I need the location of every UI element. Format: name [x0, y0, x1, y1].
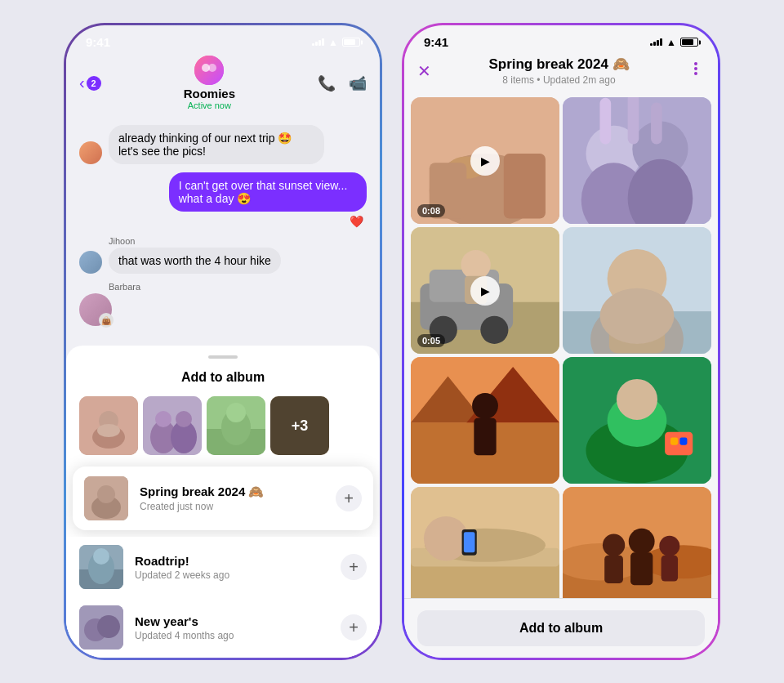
add-to-album-button[interactable]: Add to album	[417, 610, 705, 646]
message-bubble-jihoon: that was worth the 4 hour hike	[109, 248, 281, 274]
svg-rect-83	[604, 556, 623, 583]
grid-photo-6[interactable]	[563, 357, 711, 484]
album-item-newyear[interactable]: New year's Updated 4 months ago +	[66, 597, 380, 658]
svg-rect-41	[628, 97, 639, 145]
album-thumb-roadtrip	[79, 545, 123, 589]
svg-point-6	[97, 424, 120, 437]
status-icons-left: ▲	[312, 37, 360, 48]
message-bubble-outgoing: I can't get over that sunset view... wha…	[169, 172, 367, 212]
avatar-barbara: 👜	[79, 293, 112, 326]
album-item-spring[interactable]: Spring break 2024 🙈 Created just now +	[73, 466, 373, 530]
chat-status: Active now	[188, 100, 231, 110]
svg-point-2	[208, 64, 216, 72]
play-icon-3: ▶	[470, 276, 500, 306]
right-phone: 9:41 ▲	[402, 23, 720, 660]
album-footer: Add to album	[404, 598, 718, 658]
add-newyear-button[interactable]: +	[341, 614, 367, 641]
status-time-left: 9:41	[86, 35, 110, 49]
more-count: +3	[270, 396, 329, 455]
svg-point-9	[155, 411, 172, 427]
strip-photo-1	[79, 396, 138, 455]
messenger-header: ‹ 2	[66, 52, 380, 118]
add-to-album-sheet: Add to album	[66, 346, 380, 658]
album-item-roadtrip[interactable]: Roadtrip! Updated 2 weeks ago +	[66, 537, 380, 597]
avatar-jihoon	[79, 251, 102, 274]
sender-jihoon: Jihoon that was worth the 4 hour hike	[79, 236, 367, 274]
album-name-newyear: New year's	[135, 614, 329, 628]
phone-icon[interactable]: 📞	[318, 74, 336, 92]
status-bar-right: 9:41 ▲	[404, 25, 718, 52]
svg-point-26	[694, 62, 697, 65]
left-phone: 9:41 ▲	[64, 23, 382, 660]
wifi-icon-right: ▲	[666, 37, 676, 48]
svg-point-28	[694, 72, 697, 75]
grid-photo-1[interactable]: ▶ 0:08	[411, 97, 559, 224]
svg-rect-70	[679, 438, 687, 445]
photo-grid: ▶ 0:08	[404, 94, 718, 598]
group-avatar	[194, 56, 224, 85]
signal-icon-right	[650, 38, 662, 46]
status-time-right: 9:41	[424, 35, 448, 49]
album-info-spring: Spring break 2024 🙈 Created just now	[140, 484, 324, 512]
svg-point-11	[176, 411, 192, 427]
album-meta-spring: Created just now	[140, 501, 324, 512]
svg-point-22	[93, 548, 109, 565]
back-button[interactable]: ‹ 2	[79, 74, 101, 92]
chat-info: Roomies Active now	[184, 56, 235, 110]
more-options-button[interactable]	[687, 60, 705, 82]
avatar-1	[79, 141, 102, 164]
close-button[interactable]: ✕	[417, 61, 431, 81]
status-bar-left: 9:41 ▲	[66, 25, 380, 52]
add-spring-button[interactable]: +	[336, 485, 362, 511]
svg-point-48	[480, 316, 508, 344]
svg-rect-68	[665, 432, 693, 455]
message-incoming-jihoon: that was worth the 4 hour hike	[79, 248, 367, 274]
album-header: ✕ Spring break 2024 🙈 8 items • Updated …	[404, 52, 718, 94]
chat-actions: 📞 📹	[318, 74, 367, 92]
sender-name-jihoon: Jihoon	[109, 236, 367, 246]
grid-photo-4[interactable]	[563, 227, 711, 354]
video-icon[interactable]: 📹	[349, 74, 367, 92]
signal-icon	[312, 38, 324, 46]
grid-photo-5[interactable]	[411, 357, 559, 484]
svg-rect-85	[630, 552, 653, 585]
svg-point-84	[629, 529, 655, 555]
album-info-roadtrip: Roadtrip! Updated 2 weeks ago	[135, 554, 329, 581]
grid-photo-8[interactable]	[563, 487, 711, 598]
sender-barbara: Barbara 👜	[79, 282, 367, 326]
svg-point-75	[424, 516, 469, 561]
svg-rect-42	[651, 102, 662, 144]
reaction-heart: ❤️	[103, 215, 363, 228]
sheet-handle	[208, 355, 238, 359]
strip-photo-2	[143, 396, 202, 455]
album-thumb-newyear	[79, 605, 123, 650]
duration-1: 0:08	[417, 204, 445, 217]
album-title-section: Spring break 2024 🙈 8 items • Updated 2m…	[431, 56, 687, 86]
add-roadtrip-button[interactable]: +	[341, 554, 367, 580]
album-thumb-spring	[84, 476, 128, 520]
svg-point-82	[603, 534, 625, 556]
album-name-roadtrip: Roadtrip!	[135, 554, 329, 568]
message-outgoing: I can't get over that sunset view... wha…	[79, 172, 367, 228]
album-meta-newyear: Updated 4 months ago	[135, 630, 329, 641]
grid-photo-7[interactable]	[411, 487, 559, 598]
play-icon-1: ▶	[470, 146, 500, 176]
duration-3: 0:05	[417, 334, 445, 347]
album-name-spring: Spring break 2024 🙈	[140, 484, 324, 499]
photo-strip: +3	[66, 396, 380, 455]
svg-point-56	[600, 288, 675, 344]
message-bubble-1: already thinking of our next trip 🤩 let'…	[109, 125, 324, 164]
wifi-icon: ▲	[328, 37, 338, 48]
svg-rect-62	[474, 418, 496, 456]
svg-point-18	[97, 485, 115, 503]
notification-badge: 2	[87, 76, 101, 91]
message-incoming-1: already thinking of our next trip 🤩 let'…	[79, 125, 367, 164]
svg-point-15	[226, 403, 246, 422]
grid-photo-3[interactable]: ▶ 0:05	[411, 227, 559, 354]
album-meta-roadtrip: Updated 2 weeks ago	[135, 569, 329, 581]
grid-photo-2[interactable]	[563, 97, 711, 224]
battery-icon-right	[680, 38, 698, 47]
svg-rect-34	[504, 154, 546, 219]
svg-rect-87	[662, 556, 678, 582]
svg-rect-40	[600, 98, 612, 145]
